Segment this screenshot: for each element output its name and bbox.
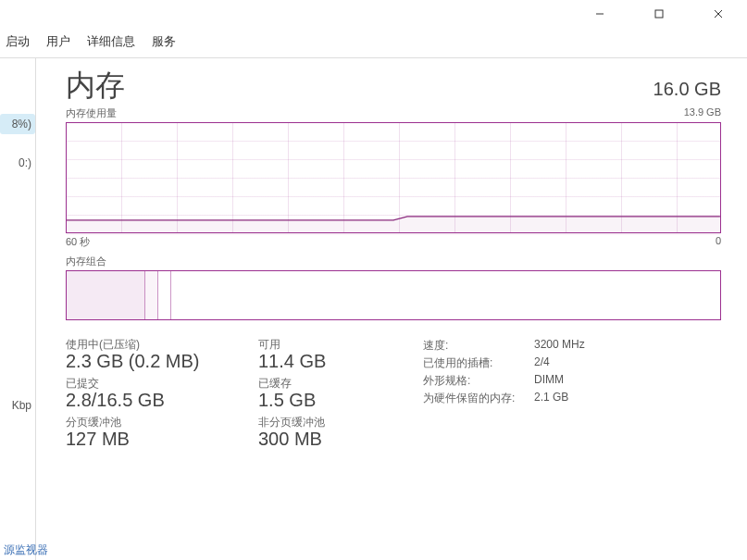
minimize-button[interactable] (579, 0, 621, 28)
stats-grid: 使用中(已压缩) 2.3 GB (0.2 MB) 可用 11.4 GB 速度:3… (66, 337, 721, 450)
usage-chart-xleft: 60 秒 (66, 235, 90, 249)
spec-slots-label: 已使用的插槽: (423, 355, 534, 371)
spec-form-label: 外形规格: (423, 373, 534, 389)
stat-cached-value: 1.5 GB (258, 390, 406, 411)
spec-speed-value: 3200 MHz (534, 338, 721, 354)
spec-speed-label: 速度: (423, 338, 534, 354)
stat-paged-value: 127 MB (66, 429, 242, 450)
composition-seg-free (171, 271, 720, 319)
task-manager-window: 启动 用户 详细信息 服务 8%) 0:) Kbp 内存 16.0 GB 内存使… (0, 0, 747, 560)
page-title: 内存 (66, 66, 125, 106)
tabs-row: 启动 用户 详细信息 服务 (0, 28, 747, 58)
titlebar (0, 0, 747, 28)
sidebar-item-memory-fragment[interactable]: 8%) (0, 114, 35, 134)
stat-inuse-value: 2.3 GB (0.2 MB) (66, 351, 242, 372)
usage-chart-label: 内存使用量 (66, 106, 117, 120)
main-panel: 内存 16.0 GB 内存使用量 13.9 GB 60 秒 0 内存组合 (35, 58, 747, 560)
tab-startup[interactable]: 启动 (4, 31, 31, 52)
spec-form-value: DIMM (534, 373, 721, 389)
tab-details[interactable]: 详细信息 (85, 31, 137, 52)
svg-rect-1 (655, 10, 663, 18)
spec-slots-value: 2/4 (534, 355, 721, 371)
composition-seg-standby (158, 271, 171, 319)
tab-services[interactable]: 服务 (150, 31, 178, 52)
sidebar-item-network-fragment[interactable]: Kbp (8, 395, 35, 416)
resource-monitor-link[interactable]: 源监视器 (4, 542, 48, 558)
maximize-button[interactable] (638, 0, 680, 28)
usage-chart (66, 122, 721, 233)
sidebar-item-disk-fragment[interactable]: 0:) (15, 153, 35, 173)
spec-reserved-value: 2.1 GB (534, 391, 721, 406)
composition-seg-modified (145, 271, 158, 319)
stat-available-value: 11.4 GB (258, 351, 406, 372)
usage-chart-ymax: 13.9 GB (684, 106, 721, 120)
usage-line-path (67, 123, 720, 235)
spec-reserved-label: 为硬件保留的内存: (423, 391, 534, 406)
sidebar: 8%) 0:) Kbp (0, 58, 35, 560)
usage-chart-xright: 0 (716, 235, 721, 249)
composition-chart (66, 270, 721, 320)
composition-label: 内存组合 (66, 255, 721, 268)
tab-users[interactable]: 用户 (44, 31, 72, 52)
composition-seg-in-use (67, 271, 145, 319)
stat-committed-value: 2.8/16.5 GB (66, 390, 242, 411)
stat-nonpaged-value: 300 MB (258, 429, 406, 450)
close-button[interactable] (697, 0, 740, 28)
memory-total: 16.0 GB (654, 79, 721, 100)
